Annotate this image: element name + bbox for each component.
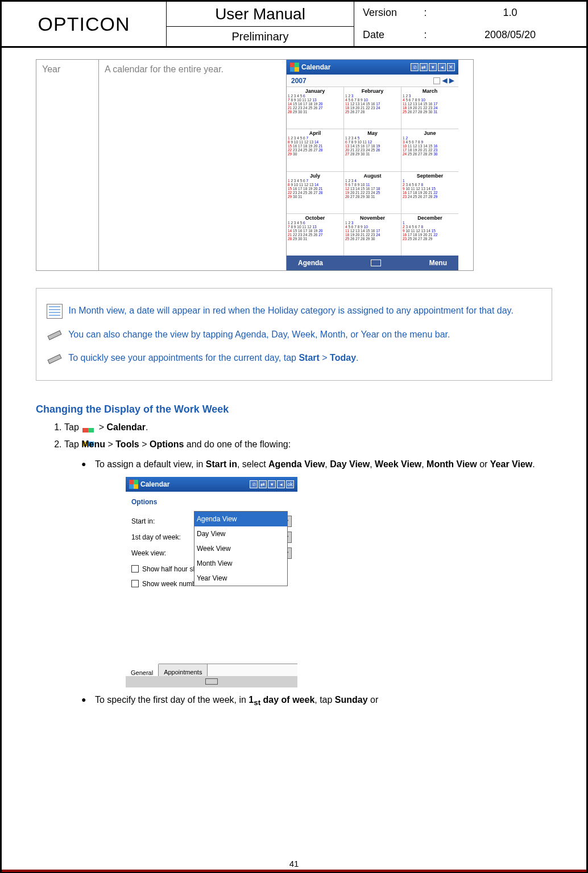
month-december[interactable]: December 12 3 4 5 6 7 89 10 11 12 13 14 … xyxy=(401,214,458,256)
step-text: > xyxy=(105,439,115,449)
sub-text: , xyxy=(325,459,330,469)
menu-softkey[interactable]: Menu xyxy=(429,259,447,267)
meta-row-version: Version : 1.0 xyxy=(354,2,586,24)
month-name: September xyxy=(403,173,457,179)
tip-line: To quickly see your appointments for the… xyxy=(47,346,541,370)
month-name: August xyxy=(345,173,400,179)
calendar-options-screenshot: Calendar ⎚ ⇄ ▾ ◂ ok Options xyxy=(126,477,297,687)
calendar-year-screenshot: Calendar ⎚ ⇄ ▾ ◂ ✕ 2007 xyxy=(287,60,458,270)
month-february[interactable]: February 1 2 34 5 6 7 8 9 1011 12 13 14 … xyxy=(344,87,401,129)
tab-appointments[interactable]: Appointments xyxy=(159,664,208,676)
month-october[interactable]: October 1 2 3 4 5 67 8 9 10 11 12 1314 1… xyxy=(287,214,343,256)
month-days: 1 2 3 4 5 6 78 9 10 11 12 13 1415 16 17 … xyxy=(288,179,342,199)
sub-text: . xyxy=(532,459,535,469)
ok-button[interactable]: ok xyxy=(286,480,294,488)
next-year-icon[interactable]: ▶ xyxy=(449,77,454,84)
sub-text: , xyxy=(421,459,426,469)
calendar-title-text: Calendar xyxy=(301,63,408,71)
tray-icon[interactable]: ⇄ xyxy=(420,63,428,71)
startin-dropdown[interactable]: Agenda View Day View Week View Month Vie… xyxy=(194,511,288,586)
windows-start-icon[interactable] xyxy=(129,480,138,489)
month-name: July xyxy=(288,173,342,179)
dropdown-item[interactable]: Year View xyxy=(194,571,287,586)
tray-icon[interactable]: ⎚ xyxy=(250,480,258,488)
tip-text: . xyxy=(356,353,358,363)
step-bold: Calendar xyxy=(106,422,145,432)
section-heading: Changing the Display of the Work Week xyxy=(36,403,552,415)
month-name: April xyxy=(288,130,342,136)
sub-item: To assign a default view, in Start in, s… xyxy=(81,454,552,689)
month-september[interactable]: September 12 3 4 5 6 7 89 10 11 12 13 14… xyxy=(401,172,458,213)
month-april[interactable]: April1 2 3 4 5 6 78 9 10 11 12 13 1415 1… xyxy=(287,129,343,171)
calendar-tray: ⎚ ⇄ ▾ ◂ ✕ xyxy=(411,63,455,71)
step-1: Tap > Calendar. xyxy=(64,419,552,436)
sub-bold: Sunday xyxy=(335,695,368,705)
month-name: October xyxy=(288,215,342,221)
month-days: 1 2 34 5 6 7 8 9 1011 12 13 14 15 16 171… xyxy=(403,94,457,114)
agenda-softkey[interactable]: Agenda xyxy=(298,259,323,267)
month-august[interactable]: August 1 2 3 45 6 7 8 9 10 1112 13 14 15… xyxy=(344,172,401,213)
options-titlebar: Calendar ⎚ ⇄ ▾ ◂ ok xyxy=(126,477,297,492)
signal-icon[interactable]: ▾ xyxy=(268,480,276,488)
today-icon[interactable] xyxy=(433,77,440,84)
page-content: Year A calendar for the entire year. Cal… xyxy=(2,48,586,714)
step-text: and do one of the flowing: xyxy=(184,439,291,449)
windows-start-icon[interactable] xyxy=(290,63,299,72)
month-days: 1 2 3 4 5 67 8 9 10 11 12 1314 15 16 17 … xyxy=(288,94,342,114)
volume-icon[interactable]: ◂ xyxy=(438,63,446,71)
prev-year-icon[interactable]: ◀ xyxy=(442,77,447,84)
month-days: 1 2 3 4 5 67 8 9 10 11 12 1314 15 16 17 … xyxy=(288,221,342,241)
month-name: May xyxy=(345,130,400,136)
options-title-text: Calendar xyxy=(140,477,247,491)
table-row: Year A calendar for the entire year. Cal… xyxy=(36,60,474,271)
signal-icon[interactable]: ▾ xyxy=(429,63,437,71)
month-name: January xyxy=(288,88,342,94)
month-july[interactable]: July1 2 3 4 5 6 78 9 10 11 12 13 1415 16… xyxy=(287,172,343,213)
step-bold: Tools xyxy=(115,439,139,449)
sub-list: To assign a default view, in Start in, s… xyxy=(81,454,552,713)
step-text: . xyxy=(146,422,148,432)
steps-list: Tap > Calendar. Tap Menu > Tools > Optio… xyxy=(47,419,552,714)
dropdown-item[interactable]: Day View xyxy=(194,526,287,541)
keyboard-icon[interactable] xyxy=(371,260,381,266)
month-days: 1 2 3 4 5 6 78 9 10 11 12 13 1415 16 17 … xyxy=(288,136,342,156)
sub-bold: Month View xyxy=(426,459,477,469)
sub-text: To assign a default view, in xyxy=(95,459,206,469)
month-november[interactable]: November 1 2 34 5 6 7 8 9 1011 12 13 14 … xyxy=(344,214,401,256)
month-january[interactable]: January 1 2 3 4 5 67 8 9 10 11 12 1314 1… xyxy=(287,87,343,129)
meta-label: Version xyxy=(354,7,417,19)
brand-cell: OPTICON xyxy=(2,2,167,46)
page: OPTICON User Manual Preliminary Version … xyxy=(0,0,588,873)
month-march[interactable]: March 1 2 34 5 6 7 8 9 1011 12 13 14 15 … xyxy=(401,87,458,129)
month-days: 12 3 4 5 6 7 89 10 11 12 13 14 1516 17 1… xyxy=(403,179,457,199)
pencil-icon xyxy=(47,351,63,366)
tray-icon[interactable]: ⎚ xyxy=(411,63,419,71)
tip-line: In Month view, a date will appear in red… xyxy=(47,299,541,323)
dropdown-item[interactable]: Month View xyxy=(194,556,287,571)
step-text: Tap xyxy=(64,422,81,432)
tab-general[interactable]: General xyxy=(126,664,159,676)
keyboard-icon[interactable] xyxy=(205,678,218,685)
month-june[interactable]: June 1 23 4 5 6 7 8 910 11 12 13 14 15 1… xyxy=(401,129,458,171)
tip-text: In Month view, a date will appear in red… xyxy=(68,306,513,315)
month-may[interactable]: May 1 2 3 4 56 7 8 9 10 11 1213 14 15 16… xyxy=(344,129,401,171)
sub-text: or xyxy=(368,695,379,705)
month-name: November xyxy=(345,215,400,221)
checkbox-icon[interactable] xyxy=(131,580,139,587)
meta-label: Date xyxy=(354,29,417,41)
dropdown-item[interactable]: Agenda View xyxy=(194,512,287,526)
views-table: Year A calendar for the entire year. Cal… xyxy=(36,59,474,271)
table-cell-desc: A calendar for the entire year. xyxy=(99,60,287,271)
volume-icon[interactable]: ◂ xyxy=(277,480,285,488)
step-text: Tap xyxy=(64,439,81,449)
tray-icon[interactable]: ⇄ xyxy=(259,480,267,488)
close-icon[interactable]: ✕ xyxy=(447,63,455,71)
options-heading: Options xyxy=(131,495,292,509)
row-label: Week view: xyxy=(131,546,194,560)
dropdown-item[interactable]: Week View xyxy=(194,541,287,556)
month-name: June xyxy=(403,130,457,136)
page-number: 41 xyxy=(2,859,586,868)
checkbox-icon[interactable] xyxy=(131,565,139,573)
month-name: December xyxy=(403,215,457,221)
month-name: March xyxy=(403,88,457,94)
